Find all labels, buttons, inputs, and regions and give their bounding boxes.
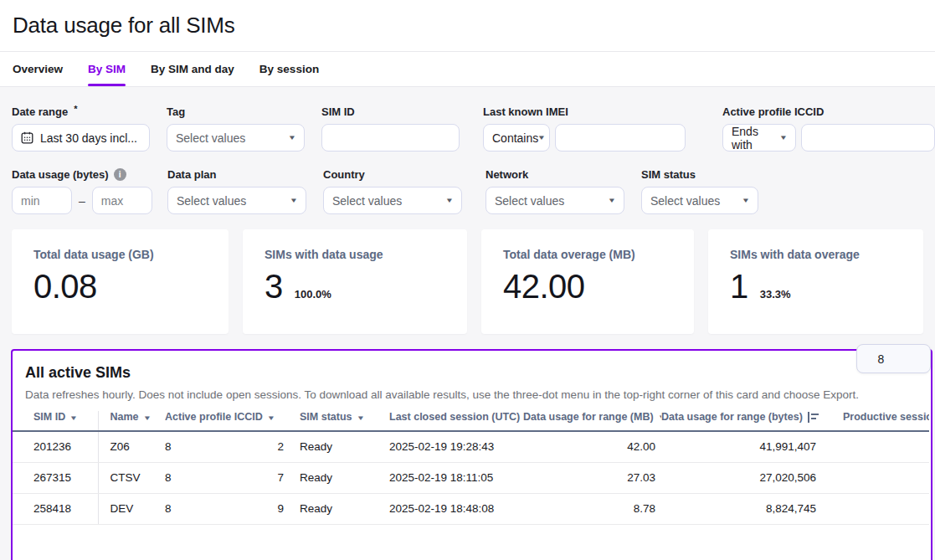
sort-caret-icon: ▼ bbox=[142, 414, 151, 422]
cell-last-session: 2025-02-19 18:48:08 bbox=[381, 493, 523, 524]
col-header-label: Productive sessions bbox=[843, 411, 929, 423]
col-header-last-session[interactable]: Last closed session (UTC)▼ bbox=[381, 411, 523, 431]
filter-country: Country Select values ▼ bbox=[323, 168, 462, 214]
stat-value: 1 bbox=[730, 268, 748, 306]
sort-caret-icon: ▼ bbox=[657, 414, 661, 421]
date-range-value: Last 30 days incl... bbox=[40, 131, 137, 145]
cell-usage-bytes: 41,991,407 bbox=[661, 431, 825, 462]
chevron-down-icon: ▼ bbox=[742, 197, 750, 204]
stat-label: Total data usage (GB) bbox=[33, 248, 229, 261]
tab-by-session[interactable]: By session bbox=[259, 52, 319, 86]
data-usage-max-input[interactable] bbox=[92, 187, 152, 214]
data-usage-label: Data usage (bytes)i bbox=[12, 168, 151, 181]
cell-name: Z06 bbox=[98, 431, 165, 462]
data-plan-placeholder: Select values bbox=[177, 194, 246, 208]
data-usage-min-input[interactable] bbox=[12, 187, 72, 214]
col-header-iccid[interactable]: Active profile ICCID▼ bbox=[165, 411, 292, 431]
cell-sim-status: Ready bbox=[292, 431, 381, 462]
filter-sim-status: SIM status Select values ▼ bbox=[641, 168, 758, 214]
country-label: Country bbox=[323, 168, 462, 181]
network-placeholder: Select values bbox=[495, 194, 564, 208]
required-asterisk: * bbox=[74, 104, 77, 114]
iccid-suffix: 7 bbox=[277, 471, 284, 484]
stat-percentage: 33.3% bbox=[760, 288, 791, 301]
tab-by-sim-and-day[interactable]: By SIM and day bbox=[151, 52, 234, 86]
iccid-prefix: 8 bbox=[165, 502, 172, 515]
cell-usage-bytes: 27,020,506 bbox=[661, 462, 825, 493]
filter-data-plan: Data plan Select values ▼ bbox=[167, 168, 306, 214]
cell-usage-bytes: 8,824,745 bbox=[661, 493, 825, 524]
cell-productive-sessions bbox=[825, 493, 929, 524]
col-header-label: Name bbox=[110, 411, 139, 423]
col-header-sim-id[interactable]: SIM ID▼ bbox=[13, 411, 98, 431]
tab-by-sim[interactable]: By SIM bbox=[88, 52, 126, 86]
date-range-label-text: Date range bbox=[12, 105, 68, 118]
sim-id-input[interactable] bbox=[321, 124, 460, 152]
iccid-suffix: 2 bbox=[277, 440, 284, 453]
all-active-sims-card: All active SIMs Data refreshes hourly. D… bbox=[11, 349, 932, 560]
cell-sim-id: 267315 bbox=[13, 462, 98, 493]
col-header-usage-mb[interactable]: Data usage for range (MB)▼ bbox=[523, 411, 661, 431]
tab-overview[interactable]: Overview bbox=[13, 52, 63, 86]
country-select[interactable]: Select values ▼ bbox=[323, 187, 462, 214]
network-label: Network bbox=[485, 168, 624, 181]
table-row[interactable]: 258418 DEV 89 Ready 2025-02-19 18:48:08 … bbox=[13, 493, 929, 524]
stats-row: Total data usage (GB) 0.08 SIMs with dat… bbox=[12, 229, 923, 334]
filter-date-range: Date range* Last 30 days incl... bbox=[12, 105, 150, 152]
stat-label: Total data overage (MB) bbox=[503, 248, 694, 261]
range-separator: – bbox=[79, 194, 85, 208]
col-header-label: Data usage for range (bytes) bbox=[661, 411, 803, 423]
cell-iccid: 87 bbox=[165, 462, 292, 493]
network-select[interactable]: Select values ▼ bbox=[485, 187, 624, 214]
chevron-down-icon: ▼ bbox=[608, 197, 616, 204]
table-row[interactable]: 267315 CTSV 87 Ready 2025-02-19 18:11:05… bbox=[13, 462, 929, 493]
cell-name: DEV bbox=[98, 493, 165, 524]
filter-data-usage: Data usage (bytes)i – bbox=[12, 168, 151, 214]
col-header-name[interactable]: Name▼ bbox=[98, 411, 165, 431]
imei-label: Last known IMEI bbox=[483, 105, 686, 118]
date-range-field[interactable]: Last 30 days incl... bbox=[12, 124, 150, 152]
data-plan-label: Data plan bbox=[167, 168, 306, 181]
cell-usage-mb: 42.00 bbox=[523, 431, 661, 462]
stat-card-total-overage: Total data overage (MB) 42.00 bbox=[481, 229, 694, 334]
tag-label: Tag bbox=[167, 105, 305, 118]
iccid-input[interactable] bbox=[801, 124, 935, 152]
filter-iccid: Active profile ICCID Ends with ▼ bbox=[722, 105, 935, 152]
info-icon[interactable]: i bbox=[114, 168, 126, 181]
imei-operator-value: Contains bbox=[492, 131, 538, 145]
date-range-label: Date range* bbox=[12, 105, 150, 118]
iccid-suffix: 9 bbox=[277, 502, 284, 515]
imei-operator-select[interactable]: Contains ▼ bbox=[483, 124, 550, 152]
imei-input[interactable] bbox=[555, 124, 686, 152]
cell-iccid: 89 bbox=[165, 493, 292, 524]
data-plan-select[interactable]: Select values ▼ bbox=[167, 187, 306, 214]
chevron-down-icon: ▼ bbox=[537, 134, 546, 141]
cell-sim-status: Ready bbox=[292, 493, 381, 524]
chevron-down-icon: ▼ bbox=[445, 197, 454, 204]
iccid-operator-select[interactable]: Ends with ▼ bbox=[722, 124, 796, 152]
sim-status-placeholder: Select values bbox=[650, 194, 720, 208]
sort-caret-icon: ▼ bbox=[266, 414, 275, 422]
cell-productive-sessions bbox=[825, 431, 929, 462]
col-header-sim-status[interactable]: SIM status▼ bbox=[292, 411, 381, 431]
col-header-label: Active profile ICCID bbox=[165, 411, 263, 423]
table-header-row: SIM ID▼ Name▼ Active profile ICCID▼ SIM … bbox=[13, 411, 929, 431]
iccid-prefix: 8 bbox=[165, 440, 172, 453]
iccid-operator-value: Ends with bbox=[732, 125, 780, 152]
col-header-productive-sessions[interactable]: Productive sessions bbox=[825, 411, 929, 431]
table-row[interactable]: 201236 Z06 82 Ready 2025-02-19 19:28:43 … bbox=[13, 431, 929, 462]
tag-select[interactable]: Select values ▼ bbox=[167, 124, 305, 152]
sim-status-select[interactable]: Select values ▼ bbox=[641, 187, 758, 214]
sort-caret-icon: ▼ bbox=[69, 414, 78, 422]
cell-name: CTSV bbox=[98, 462, 165, 493]
col-header-label: Last closed session (UTC) bbox=[389, 411, 520, 423]
iccid-label: Active profile ICCID bbox=[722, 105, 935, 118]
col-header-usage-bytes[interactable]: Data usage for range (bytes) bbox=[661, 411, 825, 431]
floating-value-box[interactable]: 8 bbox=[856, 344, 931, 373]
stat-label: SIMs with data usage bbox=[265, 248, 467, 261]
card-title: All active SIMs bbox=[25, 364, 931, 382]
stat-value: 0.08 bbox=[33, 268, 97, 306]
cell-sim-id: 201236 bbox=[13, 431, 98, 462]
cell-iccid: 82 bbox=[165, 431, 292, 462]
page-title: Data usage for all SIMs bbox=[13, 13, 935, 39]
